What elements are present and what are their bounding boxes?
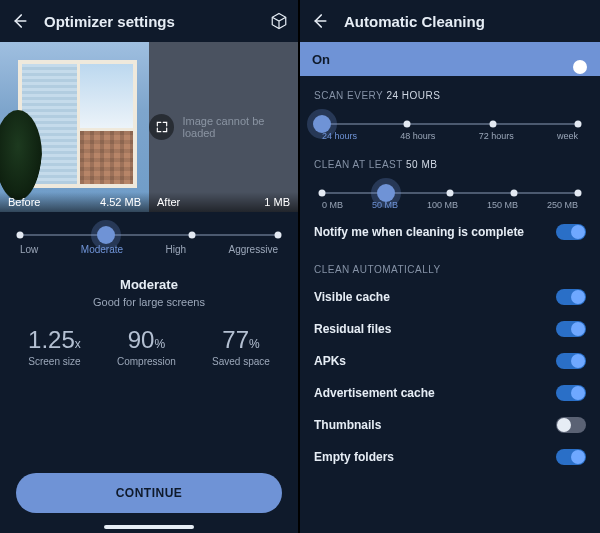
stats-row: 1.25x Screen size 90% Compression 77% Sa… xyxy=(0,326,298,367)
slider-stop[interactable] xyxy=(319,190,326,197)
scan-slider[interactable]: 24 hours48 hours72 hoursweek xyxy=(300,107,600,145)
stat-compression: 90% Compression xyxy=(117,326,176,367)
page-title: Optimizer settings xyxy=(44,13,254,30)
auto-cleaning-panel: Automatic Cleaning On SCAN EVERY 24 HOUR… xyxy=(300,0,600,533)
master-toggle-banner[interactable]: On xyxy=(300,42,600,76)
auto-item[interactable]: Empty folders xyxy=(300,441,600,473)
slider-stop[interactable] xyxy=(575,190,582,197)
auto-item-label: Advertisement cache xyxy=(314,386,435,400)
stat-screen-size: 1.25x Screen size xyxy=(28,326,81,367)
back-icon[interactable] xyxy=(310,12,328,30)
optimizer-header: Optimizer settings xyxy=(0,0,298,42)
slider-stop[interactable] xyxy=(17,232,24,239)
slider-stop[interactable] xyxy=(511,190,518,197)
auto-item[interactable]: Thumbnails xyxy=(300,409,600,441)
auto-item-toggle[interactable] xyxy=(556,417,586,433)
slider-stop[interactable] xyxy=(275,232,282,239)
before-label: Before xyxy=(8,196,40,208)
stat-saved-space: 77% Saved space xyxy=(212,326,270,367)
after-error: Image cannot be loaded xyxy=(182,115,298,139)
slider-label: 100 MB xyxy=(427,200,458,210)
slider-label: 48 hours xyxy=(400,131,435,141)
slider-stop[interactable] xyxy=(404,121,411,128)
auto-header: Automatic Cleaning xyxy=(300,0,600,42)
auto-item-toggle[interactable] xyxy=(556,353,586,369)
back-icon[interactable] xyxy=(10,12,28,30)
slider-label: 150 MB xyxy=(487,200,518,210)
slider-stop[interactable] xyxy=(313,115,331,133)
auto-item-toggle[interactable] xyxy=(556,289,586,305)
auto-item[interactable]: Visible cache xyxy=(300,281,600,313)
slider-stop[interactable] xyxy=(377,184,395,202)
expand-icon[interactable] xyxy=(149,114,174,140)
slider-stop[interactable] xyxy=(447,190,454,197)
slider-stop[interactable] xyxy=(575,121,582,128)
slider-stop[interactable] xyxy=(489,121,496,128)
slider-label: week xyxy=(557,131,578,141)
slider-label: 24 hours xyxy=(322,131,357,141)
compare-row: Before 4.52 MB Image cannot be loaded Af… xyxy=(0,42,298,212)
auto-item-label: Residual files xyxy=(314,322,391,336)
nav-bar-pill xyxy=(104,525,194,529)
slider-stop[interactable] xyxy=(97,226,115,244)
slider-label: Moderate xyxy=(81,244,123,255)
cube-icon[interactable] xyxy=(270,12,288,30)
auto-item-label: Visible cache xyxy=(314,290,390,304)
auto-item[interactable]: Advertisement cache xyxy=(300,377,600,409)
clean-size-slider[interactable]: 0 MB50 MB100 MB150 MB250 MB xyxy=(300,176,600,214)
on-label: On xyxy=(312,52,330,67)
quality-subtitle: Good for large screens xyxy=(0,296,298,308)
slider-label: 250 MB xyxy=(547,200,578,210)
before-image[interactable]: Before 4.52 MB xyxy=(0,42,149,212)
scan-every-head: SCAN EVERY 24 HOURS xyxy=(300,76,600,107)
auto-item-label: APKs xyxy=(314,354,346,368)
quality-slider[interactable]: LowModerateHighAggressive xyxy=(0,212,298,263)
auto-item-toggle[interactable] xyxy=(556,449,586,465)
auto-item-toggle[interactable] xyxy=(556,321,586,337)
optimizer-panel: Optimizer settings Before 4.52 MB xyxy=(0,0,300,533)
quality-title: Moderate xyxy=(0,277,298,292)
slider-label: Aggressive xyxy=(229,244,278,255)
notify-label: Notify me when cleaning is complete xyxy=(314,225,524,239)
auto-item[interactable]: APKs xyxy=(300,345,600,377)
auto-item-label: Thumbnails xyxy=(314,418,381,432)
slider-label: 0 MB xyxy=(322,200,343,210)
slider-label: High xyxy=(165,244,186,255)
after-image[interactable]: Image cannot be loaded After 1 MB xyxy=(149,42,298,212)
clean-auto-head: CLEAN AUTOMATICALLY xyxy=(300,250,600,281)
auto-item-label: Empty folders xyxy=(314,450,394,464)
after-size: 1 MB xyxy=(264,196,290,208)
page-title: Automatic Cleaning xyxy=(344,13,590,30)
clean-at-least-head: CLEAN AT LEAST 50 MB xyxy=(300,145,600,176)
after-label: After xyxy=(157,196,180,208)
slider-label: 72 hours xyxy=(479,131,514,141)
slider-label: Low xyxy=(20,244,38,255)
notify-row[interactable]: Notify me when cleaning is complete xyxy=(300,214,600,250)
auto-item[interactable]: Residual files xyxy=(300,313,600,345)
continue-button[interactable]: CONTINUE xyxy=(16,473,282,513)
before-size: 4.52 MB xyxy=(100,196,141,208)
notify-toggle[interactable] xyxy=(556,224,586,240)
auto-item-toggle[interactable] xyxy=(556,385,586,401)
slider-stop[interactable] xyxy=(189,232,196,239)
